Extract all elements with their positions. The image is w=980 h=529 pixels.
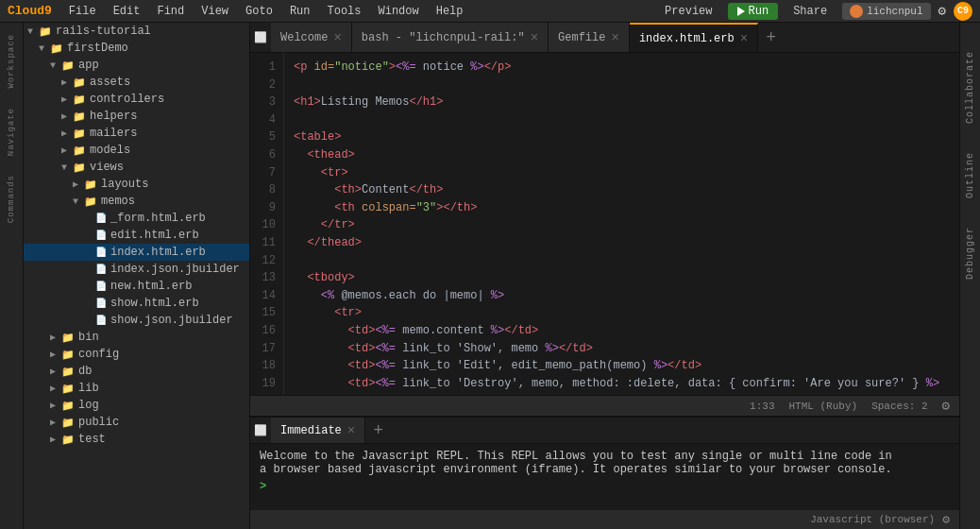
bottom-settings-icon[interactable]: ⚙ <box>942 512 950 527</box>
tree-item-index-json[interactable]: 📄 index.json.jbuilder <box>24 261 249 278</box>
immediate-tab-close[interactable]: × <box>347 423 355 438</box>
code-line-2 <box>294 77 950 94</box>
tree-item-firstDemo[interactable]: ▼ 📁 firstDemo <box>24 40 249 57</box>
code-line-1: <p id="notice"><%= notice %></p> <box>294 59 950 77</box>
file-icon: 📄 <box>95 315 107 326</box>
collaborate-label[interactable]: Collaborate <box>965 51 975 124</box>
code-line-15: <tr> <box>294 304 950 322</box>
user-avatar-icon <box>850 5 863 18</box>
arrow-icon: ▼ <box>27 26 39 37</box>
tree-item-label: public <box>78 416 119 429</box>
tree-item-helpers[interactable]: ▶ 📁 helpers <box>24 108 249 125</box>
user-badge: lichcnpul <box>842 3 930 20</box>
commands-icon-group: Commands <box>7 171 16 227</box>
bottom-panel: ⬜ Immediate × + Welcome to the Javascrip… <box>250 416 959 529</box>
arrow-icon: ▶ <box>61 128 73 139</box>
tree-item-mailers[interactable]: ▶ 📁 mailers <box>24 125 249 142</box>
tab-gemfile-close[interactable]: × <box>611 31 618 44</box>
tree-item-assets[interactable]: ▶ 📁 assets <box>24 74 249 91</box>
tree-item-models[interactable]: ▶ 📁 models <box>24 142 249 159</box>
tree-item-new[interactable]: 📄 new.html.erb <box>24 278 249 295</box>
immediate-tab[interactable]: Immediate × <box>271 418 365 443</box>
tree-item-memos[interactable]: ▼ 📁 memos <box>24 193 249 210</box>
file-icon: 📄 <box>95 264 107 275</box>
tree-item-app[interactable]: ▼ 📁 app <box>24 57 249 74</box>
content-area: ⬜ Welcome × bash - "lichcnpul-rail:" × G… <box>250 23 959 529</box>
tree-item-bin[interactable]: ▶ 📁 bin <box>24 329 249 346</box>
folder-icon: 📁 <box>61 332 75 344</box>
arrow-icon: ▶ <box>61 77 73 88</box>
tree-item-views[interactable]: ▼ 📁 views <box>24 159 249 176</box>
folder-icon: 📁 <box>84 196 97 208</box>
tree-item-index-erb[interactable]: 📄 index.html.erb <box>24 244 249 261</box>
tab-welcome[interactable]: Welcome × <box>271 23 352 52</box>
tree-item-label: rails-tutorial <box>56 25 151 38</box>
bottom-status-bar: Javascript (browser) ⚙ <box>250 510 959 529</box>
menu-run[interactable]: Run <box>282 3 318 20</box>
menu-file[interactable]: File <box>61 3 104 20</box>
tree-item-test[interactable]: ▶ 📁 test <box>24 431 249 448</box>
editor-settings-icon[interactable]: ⚙ <box>942 398 950 414</box>
prompt-line: > <box>260 480 950 493</box>
tree-item-config[interactable]: ▶ 📁 config <box>24 346 249 363</box>
tab-index-close[interactable]: × <box>740 32 748 45</box>
tree-item-rails-tutorial[interactable]: ▼ 📁 rails-tutorial <box>24 23 249 40</box>
menu-edit[interactable]: Edit <box>106 3 148 20</box>
menu-tools[interactable]: Tools <box>319 3 368 20</box>
bottom-console[interactable]: Welcome to the Javascript REPL. This REP… <box>250 444 959 510</box>
settings-icon[interactable]: ⚙ <box>938 3 946 19</box>
folder-icon: 📁 <box>73 77 86 89</box>
run-button[interactable]: Run <box>728 3 779 20</box>
tree-item-label: index.html.erb <box>110 246 206 259</box>
tree-item-db[interactable]: ▶ 📁 db <box>24 363 249 380</box>
commands-label[interactable]: Commands <box>7 171 16 227</box>
file-icon: 📄 <box>95 230 107 241</box>
tree-item-edit[interactable]: 📄 edit.html.erb <box>24 227 249 244</box>
tree-item-label: mailers <box>90 127 137 140</box>
tab-index[interactable]: index.html.erb × <box>630 23 758 52</box>
tab-welcome-close[interactable]: × <box>333 31 341 44</box>
code-line-7: <tr> <box>294 164 950 182</box>
tree-item-layouts[interactable]: ▶ 📁 layouts <box>24 176 249 193</box>
folder-icon: 📁 <box>39 26 52 38</box>
tree-item-label: db <box>78 365 92 378</box>
workspace-icon-group: Workspace <box>7 30 16 93</box>
folder-icon: 📁 <box>61 60 75 72</box>
tree-item-log[interactable]: ▶ 📁 log <box>24 397 249 414</box>
tree-item-public[interactable]: ▶ 📁 public <box>24 414 249 431</box>
tree-item-lib[interactable]: ▶ 📁 lib <box>24 380 249 397</box>
tab-gemfile[interactable]: Gemfile × <box>549 23 630 52</box>
workspace-label[interactable]: Workspace <box>7 30 16 93</box>
folder-icon: 📁 <box>61 383 75 395</box>
arrow-icon: ▶ <box>61 111 73 122</box>
tree-item-label: firstDemo <box>67 42 128 55</box>
tree-item-label: new.html.erb <box>110 280 192 293</box>
debugger-label[interactable]: Debugger <box>965 227 975 280</box>
folder-icon: 📁 <box>61 434 75 446</box>
tab-bash-close[interactable]: × <box>531 31 538 44</box>
menu-view[interactable]: View <box>194 3 236 20</box>
tree-item-show-json[interactable]: 📄 show.json.jbuilder <box>24 312 249 329</box>
preview-button[interactable]: Preview <box>657 3 719 20</box>
menu-help[interactable]: Help <box>429 3 471 20</box>
menu-goto[interactable]: Goto <box>238 3 280 20</box>
repl-input[interactable] <box>272 480 950 493</box>
bottom-status-right: Javascript (browser) ⚙ <box>810 512 950 527</box>
username-label: lichcnpul <box>867 6 922 17</box>
folder-icon: 📁 <box>73 111 86 123</box>
share-button[interactable]: Share <box>786 3 835 20</box>
tree-item-controllers[interactable]: ▶ 📁 controllers <box>24 91 249 108</box>
new-tab-button[interactable]: + <box>758 28 784 47</box>
menu-find[interactable]: Find <box>149 3 192 20</box>
tree-item-label: assets <box>90 76 130 89</box>
tab-bash[interactable]: bash - "lichcnpul-rail:" × <box>352 23 549 52</box>
code-editor[interactable]: <p id="notice"><%= notice %></p> <h1>Lis… <box>284 53 959 395</box>
menu-window[interactable]: Window <box>371 3 427 20</box>
navigate-label[interactable]: Navigate <box>7 104 16 160</box>
arrow-icon: ▶ <box>50 400 61 411</box>
new-bottom-tab-button[interactable]: + <box>365 421 391 440</box>
outline-label[interactable]: Outline <box>965 152 975 198</box>
arrow-icon: ▶ <box>50 349 61 360</box>
tree-item-show[interactable]: 📄 show.html.erb <box>24 295 249 312</box>
tree-item-form[interactable]: 📄 _form.html.erb <box>24 210 249 227</box>
